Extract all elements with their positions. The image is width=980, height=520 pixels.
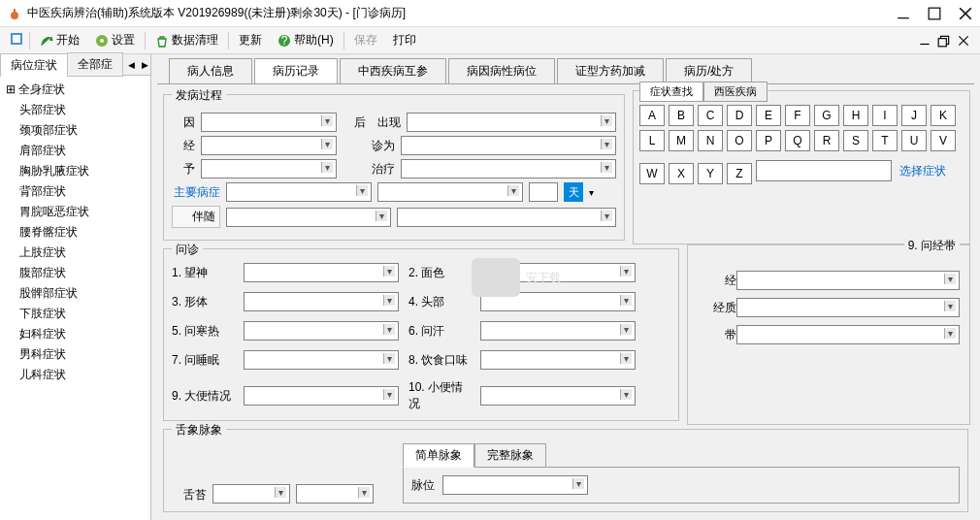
select-wz7[interactable] [244,350,399,370]
maximize-button[interactable] [928,7,941,20]
letter-Q[interactable]: Q [785,130,810,151]
tree-item[interactable]: 腹部症状 [6,263,145,283]
select-zhiliao[interactable] [401,159,616,179]
letter-P[interactable]: P [756,130,781,151]
select-wz5[interactable] [244,321,399,341]
letter-U[interactable]: U [901,130,927,151]
tree-item[interactable]: 下肢症状 [6,304,145,324]
update-button[interactable]: 更新 [231,30,270,50]
letter-I[interactable]: I [872,105,898,126]
mdi-close-button[interactable] [957,34,970,48]
letter-A[interactable]: A [639,105,665,126]
tree-item[interactable]: 颈项部症状 [6,120,145,141]
letter-Y[interactable]: Y [698,163,723,184]
letter-X[interactable]: X [669,163,694,184]
letter-B[interactable]: B [669,105,694,126]
select-dai[interactable] [736,325,960,344]
letter-D[interactable]: D [727,105,752,126]
mdi-restore-button[interactable] [937,34,951,48]
tab-zzcz[interactable]: 症状查找 [639,81,703,102]
select-zybz1[interactable] [226,182,372,202]
select-bansui2[interactable] [397,208,616,227]
print-button[interactable]: 打印 [385,30,424,50]
tab-cwref[interactable]: 中西疾病互参 [340,58,446,83]
badge-tian[interactable]: 天 [564,182,583,202]
tree-item[interactable]: 胃脘呕恶症状 [6,202,145,222]
letter-M[interactable]: M [669,130,694,151]
select-zhenwei[interactable] [401,136,616,155]
letter-O[interactable]: O [727,130,752,151]
minimize-button[interactable] [897,7,910,20]
help-button[interactable]: ? 帮助(H) [270,30,342,50]
start-button[interactable]: 开始 [32,30,87,50]
tree-item[interactable]: 股髀部症状 [6,283,145,304]
letter-G[interactable]: G [814,105,839,126]
select-chuxian[interactable] [407,113,616,132]
tab-patient[interactable]: 病人信息 [169,58,252,83]
letter-V[interactable]: V [931,130,956,151]
label-zybz[interactable]: 主要病症 [172,184,220,201]
tree-item[interactable]: 肩部症状 [6,141,145,161]
toolbar-icon[interactable] [6,32,27,49]
letter-T[interactable]: T [872,130,898,151]
tab-simple-pulse[interactable]: 简单脉象 [403,443,474,468]
select-symptom-link[interactable]: 选择症状 [896,163,950,179]
tree-item[interactable]: 胸胁乳腋症状 [6,161,145,181]
letter-S[interactable]: S [843,130,868,151]
select-jingzhi[interactable] [736,298,960,317]
tab-formula[interactable]: 证型方药加减 [557,58,664,83]
dropdown-arrow-icon[interactable]: ▾ [589,187,594,198]
letter-H[interactable]: H [843,105,868,126]
select-shetai1[interactable] [212,484,290,504]
select-maiwei[interactable] [442,475,588,495]
letter-K[interactable]: K [931,105,956,126]
select-shetai2[interactable] [296,484,374,504]
select-jing[interactable] [201,136,337,155]
close-button[interactable] [959,7,972,20]
left-tab-bwzz[interactable]: 病位症状 [0,53,68,77]
tab-cause[interactable]: 病因病性病位 [448,58,555,83]
letter-R[interactable]: R [814,130,839,151]
letter-W[interactable]: W [639,163,665,184]
letter-J[interactable]: J [901,105,927,126]
tree-root[interactable]: 全身症状 [6,80,145,100]
dataclean-button[interactable]: 数据清理 [147,30,226,50]
letter-L[interactable]: L [639,130,665,151]
letter-C[interactable]: C [698,105,723,126]
tab-xyjb[interactable]: 西医疾病 [703,81,768,102]
select-wz8[interactable] [480,350,636,370]
tree-item[interactable]: 腰脊髂症状 [6,222,145,243]
select-wz3[interactable] [244,292,399,311]
input-days[interactable] [529,182,558,202]
select-wz1[interactable] [244,263,399,282]
left-tab-scroll-left[interactable]: ◀ [126,60,137,70]
mdi-minimize-button[interactable] [918,34,931,48]
symptom-search-input[interactable] [756,160,892,181]
select-yin[interactable] [201,113,337,132]
select-wz9[interactable] [244,386,399,406]
select-wz4[interactable] [480,292,636,311]
tree-item[interactable]: 背部症状 [6,181,145,202]
left-tab-qbz[interactable]: 全部症 [67,52,123,77]
tree-item[interactable]: 妇科症状 [6,324,145,344]
tree-item[interactable]: 头部症状 [6,100,145,120]
tab-rx[interactable]: 病历/处方 [666,58,752,83]
tree-item[interactable]: 上肢症状 [6,243,145,263]
left-tab-scroll-right[interactable]: ▶ [140,60,150,70]
letter-E[interactable]: E [756,105,781,126]
select-wz2[interactable] [480,263,636,282]
letter-F[interactable]: F [785,105,810,126]
letter-N[interactable]: N [698,130,723,151]
settings-button[interactable]: 设置 [87,30,143,50]
tree-item[interactable]: 儿科症状 [6,365,145,385]
select-wz10[interactable] [480,386,636,406]
save-button[interactable]: 保存 [346,30,385,50]
select-zybz2[interactable] [377,182,523,202]
select-wz6[interactable] [480,321,636,341]
tree-item[interactable]: 男科症状 [6,344,145,365]
select-jing2[interactable] [736,271,960,290]
select-bansui1[interactable] [226,208,391,227]
tab-record[interactable]: 病历记录 [254,58,338,83]
letter-Z[interactable]: Z [727,163,752,184]
tab-full-pulse[interactable]: 完整脉象 [474,443,546,468]
